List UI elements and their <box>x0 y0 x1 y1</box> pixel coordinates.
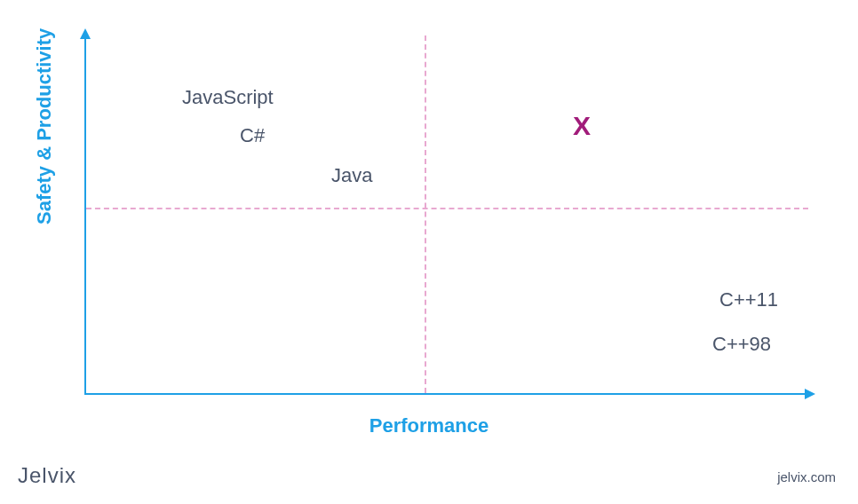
midline-horizontal <box>86 208 808 209</box>
point-cpp11: C++11 <box>719 288 778 311</box>
point-java: Java <box>331 164 372 187</box>
point-cpp98: C++98 <box>712 333 771 356</box>
x-axis-label: Performance <box>369 414 489 437</box>
brand-url: jelvix.com <box>777 469 836 484</box>
y-axis <box>84 35 86 395</box>
midline-vertical <box>425 35 426 393</box>
point-javascript: JavaScript <box>182 86 274 109</box>
x-axis <box>84 393 808 395</box>
y-axis-arrow-icon <box>80 28 91 39</box>
y-axis-label: Safety & Productivity <box>33 28 56 224</box>
x-axis-arrow-icon <box>805 389 815 399</box>
quadrant-chart: JavaScript C# Java C++11 C++98 X <box>84 35 808 395</box>
brand-logo: Jelvix <box>18 463 76 488</box>
point-csharp: C# <box>240 124 265 147</box>
marker-x: X <box>573 111 591 141</box>
